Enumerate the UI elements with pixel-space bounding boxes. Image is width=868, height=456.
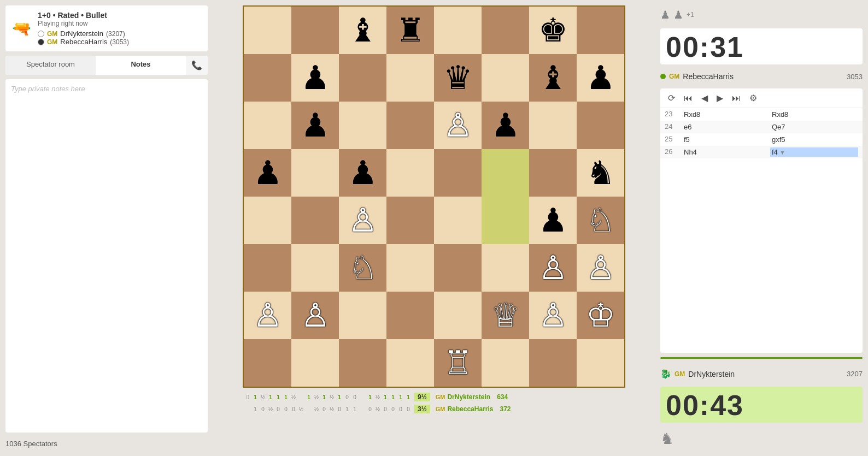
square-3-3[interactable] — [386, 149, 434, 197]
square-0-3[interactable]: ♜ — [386, 7, 434, 54]
square-0-6[interactable]: ♚ — [529, 7, 577, 54]
square-2-7[interactable] — [577, 102, 624, 149]
square-7-0[interactable] — [244, 339, 291, 387]
notes-area[interactable]: Type private notes here — [5, 79, 208, 433]
square-0-7[interactable] — [577, 7, 624, 54]
white-total: 9½ — [414, 393, 430, 401]
square-3-1[interactable] — [291, 149, 339, 197]
online-dot — [660, 74, 666, 79]
square-1-0[interactable] — [244, 54, 291, 102]
right-panel: ♟ ♟ +1 00:31 GM RebeccaHarris 3053 ⟳ ⏮ ◀… — [655, 0, 868, 456]
square-4-5[interactable] — [482, 197, 529, 244]
square-1-2[interactable] — [339, 54, 386, 102]
square-7-6[interactable] — [529, 339, 577, 387]
piece-6-1: ♙ — [301, 299, 330, 332]
square-1-5[interactable] — [482, 54, 529, 102]
square-5-0[interactable] — [244, 244, 291, 292]
square-4-3[interactable] — [386, 197, 434, 244]
spectator-icon-2: ♟ — [673, 8, 683, 21]
square-7-7[interactable] — [577, 339, 624, 387]
square-1-6[interactable]: ♝ — [529, 54, 577, 102]
square-2-3[interactable] — [386, 102, 434, 149]
move-25-black[interactable]: gxf5 — [770, 135, 858, 144]
square-3-6[interactable] — [529, 149, 577, 197]
square-4-7[interactable]: ♘ — [577, 197, 624, 244]
square-4-6[interactable]: ♟ — [529, 197, 577, 244]
move-25-white[interactable]: f5 — [682, 135, 770, 144]
square-1-3[interactable] — [386, 54, 434, 102]
move-23-black[interactable]: Rxd8 — [770, 110, 858, 119]
square-7-3[interactable] — [386, 339, 434, 387]
square-2-4[interactable]: ♙ — [434, 102, 482, 149]
black-rating: (3053) — [110, 38, 129, 46]
square-5-3[interactable] — [386, 244, 434, 292]
tab-spectator-room[interactable]: Spectator room — [5, 56, 96, 75]
tab-notes[interactable]: Notes — [96, 56, 186, 75]
square-5-1[interactable] — [291, 244, 339, 292]
square-1-7[interactable]: ♟ — [577, 54, 624, 102]
square-6-6[interactable]: ♙ — [529, 292, 577, 339]
move-24-white[interactable]: e6 — [682, 122, 770, 132]
piece-3-2: ♟ — [348, 157, 378, 189]
square-6-0[interactable]: ♙ — [244, 292, 291, 339]
square-0-1[interactable] — [291, 7, 339, 54]
prev-move-button[interactable]: ◀ — [698, 92, 711, 104]
move-23-white[interactable]: Rxd8 — [682, 110, 770, 119]
piece-4-7: ♘ — [586, 204, 615, 237]
square-7-2[interactable] — [339, 339, 386, 387]
square-1-1[interactable]: ♟ — [291, 54, 339, 102]
square-2-6[interactable] — [529, 102, 577, 149]
square-5-7[interactable]: ♙ — [577, 244, 624, 292]
drnyk-name: DrNykterstein — [688, 370, 735, 378]
square-7-1[interactable] — [291, 339, 339, 387]
analysis-button[interactable]: ⚙ — [746, 92, 760, 104]
top-timer-card: 00:31 — [660, 28, 863, 64]
square-3-2[interactable]: ♟ — [339, 149, 386, 197]
move-24-black[interactable]: Qe7 — [770, 122, 858, 132]
piece-4-6: ♟ — [538, 204, 568, 237]
square-3-5[interactable] — [482, 149, 529, 197]
square-4-1[interactable] — [291, 197, 339, 244]
top-timer: 00:31 — [666, 31, 857, 63]
square-2-2[interactable] — [339, 102, 386, 149]
square-6-3[interactable] — [386, 292, 434, 339]
piece-3-7: ♞ — [586, 157, 615, 189]
move-26-white[interactable]: Nh4 — [682, 147, 770, 157]
flip-button[interactable]: ⟳ — [665, 92, 678, 104]
piece-5-2: ♘ — [348, 252, 378, 285]
next-move-button[interactable]: ▶ — [713, 92, 726, 104]
square-0-0[interactable] — [244, 7, 291, 54]
square-4-0[interactable] — [244, 197, 291, 244]
square-7-5[interactable] — [482, 339, 529, 387]
square-2-1[interactable]: ♟ — [291, 102, 339, 149]
move-26-black[interactable]: f4 ▼ — [770, 147, 858, 157]
phone-button[interactable]: 📞 — [186, 56, 208, 75]
square-7-4[interactable]: ♖ — [434, 339, 482, 387]
square-0-5[interactable] — [482, 7, 529, 54]
last-move-button[interactable]: ⏭ — [729, 92, 744, 104]
square-6-7[interactable]: ♔ — [577, 292, 624, 339]
square-6-5[interactable]: ♕ — [482, 292, 529, 339]
square-3-0[interactable]: ♟ — [244, 149, 291, 197]
piece-2-5: ♟ — [491, 109, 520, 142]
first-move-button[interactable]: ⏮ — [681, 92, 696, 104]
square-6-4[interactable] — [434, 292, 482, 339]
black-name: RebeccaHarris — [60, 38, 107, 46]
move-row-25: 25 f5 gxf5 — [660, 133, 863, 146]
square-3-4[interactable] — [434, 149, 482, 197]
square-4-4[interactable] — [434, 197, 482, 244]
square-5-5[interactable] — [482, 244, 529, 292]
square-5-6[interactable]: ♙ — [529, 244, 577, 292]
square-0-4[interactable] — [434, 7, 482, 54]
square-1-4[interactable]: ♛ — [434, 54, 482, 102]
square-0-2[interactable]: ♝ — [339, 7, 386, 54]
square-4-2[interactable]: ♙ — [339, 197, 386, 244]
square-2-0[interactable] — [244, 102, 291, 149]
square-6-1[interactable]: ♙ — [291, 292, 339, 339]
center-panel: ♝♜♚♟♛♝♟♟♙♟♟♟♞♙♟♘♘♙♙♙♙♕♙♔♖ 0 1 ½ 1 1 1 ½ … — [213, 0, 655, 456]
square-3-7[interactable]: ♞ — [577, 149, 624, 197]
square-5-4[interactable] — [434, 244, 482, 292]
square-5-2[interactable]: ♘ — [339, 244, 386, 292]
square-6-2[interactable] — [339, 292, 386, 339]
square-2-5[interactable]: ♟ — [482, 102, 529, 149]
